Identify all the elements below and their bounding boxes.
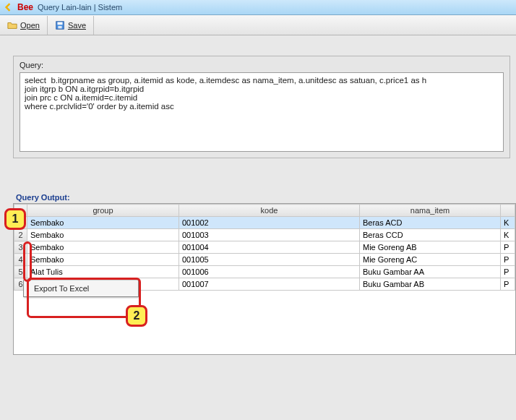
cell-nama-item[interactable]: Mie Goreng AB — [360, 241, 501, 254]
toolbar: Open Save — [0, 15, 516, 35]
table-row[interactable]: 5Alat Tulis001006Buku Gambar AAP — [14, 266, 515, 278]
cell-group[interactable]: Sembako — [27, 254, 179, 266]
cell-extra[interactable]: P — [501, 278, 515, 291]
open-button[interactable]: Open — [0, 16, 48, 35]
cell-kode[interactable]: 001006 — [179, 266, 360, 278]
cell-nama-item[interactable]: Buku Gambar AB — [360, 278, 501, 291]
cell-group[interactable]: Sembako — [27, 229, 179, 241]
cell-kode[interactable]: 001004 — [179, 241, 360, 254]
cell-group[interactable]: Alat Tulis — [27, 266, 179, 278]
annotation-badge-2: 2 — [126, 305, 147, 327]
save-button[interactable]: Save — [48, 16, 94, 35]
cell-extra[interactable]: K — [501, 217, 515, 229]
col-kode[interactable]: kode — [179, 205, 360, 217]
context-menu: Export To Excel — [23, 280, 139, 297]
logo-text: Bee — [17, 2, 33, 12]
cell-extra[interactable]: P — [501, 241, 515, 254]
cell-rownum[interactable]: 2 — [14, 229, 27, 241]
col-nama-item[interactable]: nama_item — [360, 205, 501, 217]
output-grid[interactable]: group kode nama_item 1Sembako001002Beras… — [13, 203, 516, 355]
query-label: Query: — [20, 61, 504, 69]
cell-group[interactable]: Sembako — [27, 217, 179, 229]
query-input[interactable] — [20, 72, 504, 152]
cell-extra[interactable]: P — [501, 266, 515, 278]
col-group[interactable]: group — [27, 205, 179, 217]
table-header-row: group kode nama_item — [14, 205, 515, 217]
window-titlebar: Bee Query Lain-lain | Sistem — [0, 0, 516, 15]
cell-nama-item[interactable]: Mie Goreng AC — [360, 254, 501, 266]
cell-extra[interactable]: K — [501, 229, 515, 241]
svg-rect-2 — [58, 25, 61, 28]
cell-nama-item[interactable]: Beras CCD — [360, 229, 501, 241]
table-row[interactable]: 1Sembako001002Beras ACDK — [14, 217, 515, 229]
cell-kode[interactable]: 001007 — [179, 278, 360, 291]
cell-kode[interactable]: 001003 — [179, 229, 360, 241]
open-label: Open — [20, 21, 40, 30]
col-extra[interactable] — [501, 205, 515, 217]
cell-rownum[interactable]: 3 — [14, 241, 27, 254]
cell-rownum[interactable]: 4 — [14, 254, 27, 266]
save-label: Save — [68, 21, 86, 30]
cell-rownum[interactable]: 5 — [14, 266, 27, 278]
svg-rect-1 — [57, 22, 62, 25]
cell-extra[interactable]: P — [501, 254, 515, 266]
table-row[interactable]: 4Sembako001005Mie Goreng ACP — [14, 254, 515, 266]
export-to-excel-item[interactable]: Export To Excel — [24, 280, 138, 296]
save-icon — [55, 20, 65, 30]
table-row[interactable]: 2Sembako001003Beras CCDK — [14, 229, 515, 241]
cell-kode[interactable]: 001005 — [179, 254, 360, 266]
cell-kode[interactable]: 001002 — [179, 217, 360, 229]
query-output-label: Query Output: — [16, 193, 516, 202]
cell-group[interactable]: Sembako — [27, 241, 179, 254]
table-row[interactable]: 3Sembako001004Mie Goreng ABP — [14, 241, 515, 254]
folder-open-icon — [7, 20, 17, 30]
cell-nama-item[interactable]: Buku Gambar AA — [360, 266, 501, 278]
query-panel: Query: — [13, 56, 510, 158]
cell-nama-item[interactable]: Beras ACD — [360, 217, 501, 229]
window-title: Query Lain-lain | Sistem — [38, 3, 122, 12]
app-logo: Bee — [17, 2, 33, 12]
back-icon[interactable] — [3, 2, 13, 12]
annotation-badge-1: 1 — [4, 208, 26, 230]
